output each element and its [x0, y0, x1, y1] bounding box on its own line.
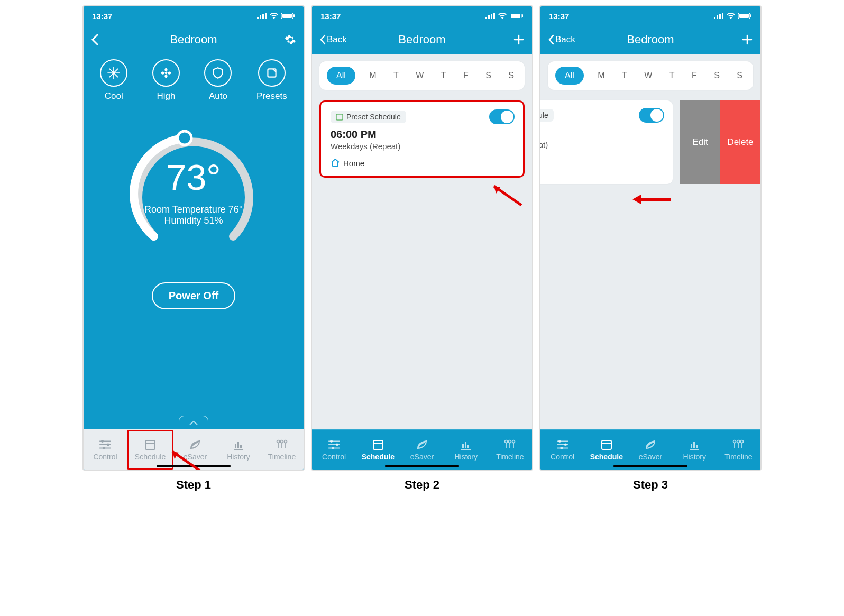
svg-rect-60	[693, 442, 695, 448]
tab-history-label: History	[454, 453, 478, 461]
day-filter-all[interactable]: All	[327, 67, 355, 85]
tab-schedule[interactable]: Schedule	[584, 430, 628, 470]
tab-timeline[interactable]: Timeline	[260, 430, 304, 470]
battery-icon	[738, 13, 752, 19]
preset-badge-label: Preset Schedule	[540, 111, 548, 119]
mode-presets[interactable]: Presets	[256, 59, 287, 102]
snowflake-icon	[106, 66, 121, 80]
day-filter-tue[interactable]: T	[390, 68, 402, 84]
sliders-icon	[98, 439, 112, 450]
signal-icon	[485, 13, 495, 19]
day-filter-wed[interactable]: W	[641, 68, 655, 84]
swipe-edit-button[interactable]: Edit	[680, 100, 720, 184]
svg-rect-44	[714, 17, 715, 19]
svg-point-56	[560, 447, 563, 449]
status-indicators	[485, 13, 524, 19]
tab-bar: Control Schedule eSaver History Timeline	[84, 429, 304, 470]
schedule-card-swiped[interactable]: Preset Schedule 06:00 PM Weekdays (Repea…	[548, 100, 753, 184]
tab-esaver-label: eSaver	[639, 453, 662, 461]
day-filter-sun[interactable]: S	[733, 68, 746, 84]
day-filter-fri[interactable]: F	[689, 68, 700, 84]
gear-icon	[285, 34, 296, 45]
day-filter-fri[interactable]: F	[460, 68, 472, 84]
tab-bar: Control Schedule eSaver History Timeline	[312, 429, 532, 470]
tab-history[interactable]: History	[444, 430, 488, 470]
humidity-line: Humidity 51%	[144, 215, 243, 226]
temperature-dial[interactable]: 73° Room Temperature 76° Humidity 51%	[125, 123, 262, 260]
schedule-preset-row: Home	[540, 157, 663, 166]
step-1-label: Step 1	[176, 478, 211, 492]
nav-add-button[interactable]	[716, 34, 753, 45]
step-2-label: Step 2	[405, 478, 439, 492]
schedule-preset-row: Home	[331, 158, 513, 168]
tab-history[interactable]: History	[217, 430, 260, 470]
mode-auto-label: Auto	[209, 91, 227, 102]
bars-icon	[232, 439, 245, 450]
sliders-icon	[556, 439, 570, 450]
tab-timeline[interactable]: Timeline	[488, 430, 532, 470]
day-filter-thu[interactable]: T	[438, 68, 449, 84]
nav-back-button[interactable]	[91, 34, 128, 45]
svg-point-63	[737, 440, 740, 443]
schedule-enable-toggle[interactable]	[489, 109, 515, 124]
bars-icon	[459, 439, 473, 450]
day-filter-sat[interactable]: S	[711, 68, 723, 84]
day-filter-mon[interactable]: M	[366, 68, 379, 84]
tab-control[interactable]: Control	[312, 430, 356, 470]
nav-add-button[interactable]	[488, 34, 525, 45]
mode-fan[interactable]: High	[152, 59, 180, 102]
status-time: 13:37	[92, 12, 112, 21]
home-indicator	[613, 465, 687, 467]
svg-point-35	[332, 447, 334, 449]
day-filter-sun[interactable]: S	[505, 68, 517, 84]
tab-schedule[interactable]: Schedule	[356, 430, 400, 470]
tab-esaver[interactable]: eSaver	[400, 430, 444, 470]
timeline-icon	[503, 439, 517, 450]
leaf-icon	[644, 439, 657, 450]
day-filter-sat[interactable]: S	[482, 68, 494, 84]
schedule-card[interactable]: Preset Schedule 06:00 PM Weekdays (Repea…	[319, 100, 525, 178]
signal-icon	[714, 13, 723, 19]
nav-back-label: Back	[555, 34, 575, 45]
tab-timeline[interactable]: Timeline	[717, 430, 760, 470]
tab-schedule[interactable]: Schedule	[127, 430, 173, 470]
tab-history[interactable]: History	[673, 430, 717, 470]
annotation-arrow-icon	[630, 186, 673, 213]
svg-rect-47	[722, 13, 723, 19]
tab-esaver[interactable]: eSaver	[628, 430, 672, 470]
mode-presets-label: Presets	[256, 91, 287, 102]
svg-rect-46	[719, 14, 721, 19]
tab-control[interactable]: Control	[540, 430, 584, 470]
step-3-phone: 13:37 Back Bedroom All M T W T	[539, 5, 762, 492]
swipe-delete-button[interactable]: Delete	[720, 100, 760, 184]
svg-rect-5	[282, 14, 292, 18]
tab-esaver[interactable]: eSaver	[173, 430, 217, 470]
nav-back-button[interactable]: Back	[548, 34, 585, 45]
status-indicators	[714, 13, 752, 19]
day-filter-tue[interactable]: T	[619, 68, 630, 84]
nav-settings-button[interactable]	[259, 34, 296, 45]
plus-icon	[513, 34, 525, 45]
svg-point-10	[101, 440, 104, 443]
day-filter-all[interactable]: All	[555, 67, 584, 85]
day-filter-wed[interactable]: W	[412, 68, 427, 84]
day-filter-mon[interactable]: M	[594, 68, 608, 84]
tab-control[interactable]: Control	[84, 430, 127, 470]
day-filter-thu[interactable]: T	[666, 68, 678, 84]
mode-cool[interactable]: Cool	[100, 59, 127, 102]
shield-icon	[211, 66, 225, 80]
nav-back-label: Back	[327, 34, 347, 45]
power-off-button[interactable]: Power Off	[152, 282, 235, 309]
schedule-time: 06:00 PM	[331, 128, 513, 141]
step-2-phone: 13:37 Back Bedroom All M T W T	[311, 5, 533, 492]
pull-up-tab[interactable]	[179, 416, 208, 429]
schedule-enable-toggle[interactable]	[639, 108, 664, 123]
nav-back-button[interactable]: Back	[319, 34, 356, 45]
battery-icon	[281, 13, 295, 19]
svg-point-62	[733, 440, 736, 443]
signal-icon	[257, 13, 267, 19]
mode-auto[interactable]: Auto	[204, 59, 232, 102]
svg-point-19	[281, 440, 283, 443]
calendar-icon	[371, 439, 385, 450]
nav-title: Bedroom	[627, 33, 674, 47]
